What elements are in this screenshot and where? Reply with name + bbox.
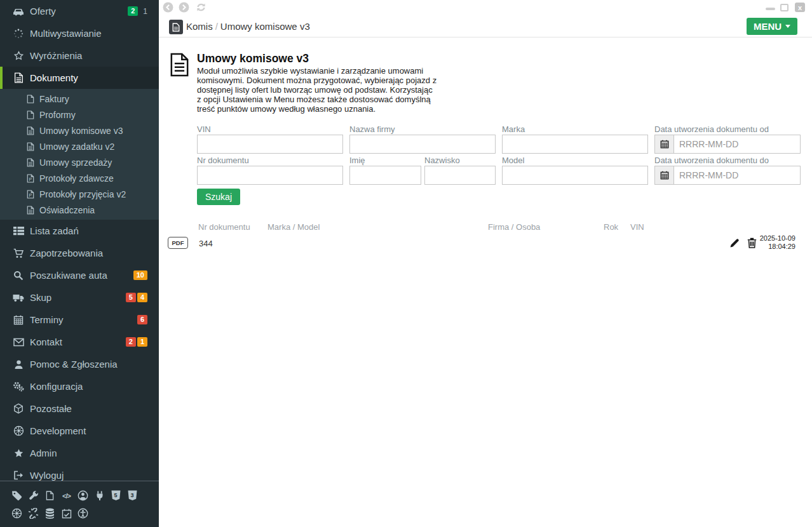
sidebar-item-label: Protokoły zdawcze: [39, 173, 114, 183]
page-title: Umowy komisowe v3: [197, 52, 309, 65]
sidebar-item-faktury[interactable]: Faktury: [0, 91, 159, 107]
sidebar-item-label: Umowy komisowe v3: [39, 126, 123, 136]
doc-no-label: Nr dokumentu: [197, 156, 249, 165]
sidebar-item-lista-zadan[interactable]: Lista zadań: [0, 220, 159, 242]
forward-icon[interactable]: [179, 2, 189, 15]
tag-icon[interactable]: [11, 490, 22, 501]
status-badge: 1: [137, 337, 147, 347]
sidebar-item-label: Faktury: [39, 94, 69, 104]
last-name-input[interactable]: [424, 166, 496, 185]
menu-button[interactable]: MENU: [747, 18, 797, 35]
refresh-icon[interactable]: [196, 2, 206, 15]
page-document-icon: [170, 53, 189, 79]
model-label: Model: [502, 156, 524, 165]
sidebar-item-kontakt[interactable]: Kontakt 2 1: [0, 331, 159, 353]
html5-icon[interactable]: 5: [111, 490, 121, 501]
last-name-label: Nazwisko: [424, 156, 460, 165]
company-label: Nazwa firmy: [349, 124, 395, 134]
sidebar-item-label: Admin: [30, 448, 57, 458]
sidebar-item-protokoly-przyjecia-v2[interactable]: P Protokoły przyjęcia v2: [0, 186, 159, 202]
pdf-button[interactable]: PDF: [168, 237, 188, 249]
sidebar-item-konfiguracja[interactable]: Konfiguracja: [0, 375, 159, 397]
date-to-group: [654, 166, 801, 185]
sidebar-submenu-dokumenty: Faktury Proformy Umowy komisowe v3 Umowy…: [0, 89, 159, 220]
sidebar-item-oswiadczenia[interactable]: Oświadczenia: [0, 202, 159, 218]
vin-input[interactable]: [197, 135, 343, 154]
svg-text:5: 5: [114, 492, 118, 498]
date-from-input[interactable]: [673, 135, 801, 154]
sidebar-item-oferty[interactable]: Oferty 2 1: [0, 0, 159, 22]
gears-icon: [11, 382, 25, 392]
sidebar-item-label: Terminy: [30, 314, 64, 325]
spinner-icon: [11, 29, 25, 39]
sidebar-item-development[interactable]: Development: [0, 420, 159, 442]
status-badge: 2: [128, 6, 138, 16]
database-icon[interactable]: [44, 508, 55, 519]
sign-out-icon: [11, 470, 25, 480]
user-circle-icon[interactable]: [78, 490, 88, 501]
sidebar-item-label: Wyróżnienia: [30, 50, 82, 61]
maximize-button[interactable]: [780, 4, 788, 11]
sidebar-item-pozostale[interactable]: Pozostałe: [0, 397, 159, 420]
star-outline-icon: [11, 51, 25, 61]
sidebar-item-zapotrzebowania[interactable]: Zapotrzebowania: [0, 242, 159, 264]
sidebar-item-umowy-sprzedazy[interactable]: Umowy sprzedaży: [0, 154, 159, 170]
svg-text:P: P: [29, 193, 32, 197]
brand-label: Marka: [502, 124, 525, 134]
calendar-check-icon[interactable]: [61, 508, 72, 519]
brand-input[interactable]: [502, 135, 648, 154]
company-input[interactable]: [349, 135, 496, 154]
wrench-icon[interactable]: [28, 490, 39, 501]
model-input[interactable]: [502, 166, 648, 185]
sidebar-item-terminy[interactable]: Terminy 6: [0, 309, 159, 331]
file-text-icon: [25, 158, 36, 167]
status-badge: 5: [126, 293, 136, 302]
sidebar-item-wyroznienia[interactable]: Wyróżnienia: [0, 44, 159, 67]
sidebar-item-label: Poszukiwane auta: [30, 270, 107, 281]
sidebar-item-label: Lista zadań: [30, 225, 79, 236]
sidebar-item-multiwystawianie[interactable]: Multiwystawianie: [0, 22, 159, 44]
sidebar-item-label: Dokumenty: [30, 72, 78, 83]
calendar-icon: [11, 315, 25, 325]
calendar-icon[interactable]: [654, 135, 673, 154]
sidebar-item-umowy-komisowe-v3[interactable]: Umowy komisowe v3: [0, 123, 159, 138]
sidebar-item-label: Pomoc & Zgłoszenia: [30, 359, 118, 370]
date-from-label: Data utworzenia dokumentu od: [654, 124, 769, 134]
back-icon[interactable]: [163, 2, 173, 15]
plug-icon[interactable]: [94, 490, 105, 501]
close-button[interactable]: x: [795, 3, 805, 12]
unlink-icon[interactable]: [28, 508, 39, 519]
breadcrumb-section[interactable]: Komis: [186, 21, 213, 32]
sidebar-item-label: Umowy sprzedaży: [39, 157, 112, 168]
sidebar-item-label: Proformy: [39, 110, 76, 120]
first-name-input[interactable]: [349, 166, 421, 185]
sidebar-item-umowy-zadatku-v2[interactable]: Umowy zadatku v2: [0, 138, 159, 154]
code-icon[interactable]: </>: [61, 490, 72, 501]
minimize-button[interactable]: [766, 8, 775, 10]
sidebar-item-dokumenty[interactable]: Dokumenty: [0, 67, 159, 89]
css3-icon[interactable]: 3: [127, 490, 138, 501]
sidebar-item-proformy[interactable]: Proformy: [0, 107, 159, 123]
page-description: Moduł umożliwia szybkie wystawianie i za…: [197, 66, 438, 114]
status-badge: 4: [137, 293, 147, 302]
calendar-icon[interactable]: [654, 166, 673, 185]
search-icon: [11, 270, 25, 281]
dev-ball-icon[interactable]: [11, 508, 22, 519]
date-to-input[interactable]: [673, 166, 801, 185]
list-icon: [11, 226, 25, 236]
breadcrumb: Komis/Umowy komisowe v3: [186, 21, 310, 32]
envelope-icon: [11, 338, 25, 347]
cart-icon: [11, 248, 25, 258]
sidebar-item-admin[interactable]: Admin: [0, 442, 159, 464]
sidebar-item-poszukiwane-auta[interactable]: Poszukiwane auta 10: [0, 264, 159, 286]
breadcrumb-page: Umowy komisowe v3: [220, 21, 310, 32]
edit-icon[interactable]: [729, 237, 740, 251]
file-icon: [25, 110, 36, 119]
sidebar-item-skup[interactable]: Skup 5 4: [0, 286, 159, 309]
accessibility-icon[interactable]: [78, 508, 88, 519]
doc-no-input[interactable]: [197, 166, 343, 185]
sidebar-item-protokoly-zdawcze[interactable]: P Protokoły zdawcze: [0, 170, 159, 186]
sidebar-item-pomoc-zgloszenia[interactable]: Pomoc & Zgłoszenia: [0, 353, 159, 375]
search-button[interactable]: Szukaj: [197, 189, 240, 205]
file-icon[interactable]: [44, 490, 55, 501]
